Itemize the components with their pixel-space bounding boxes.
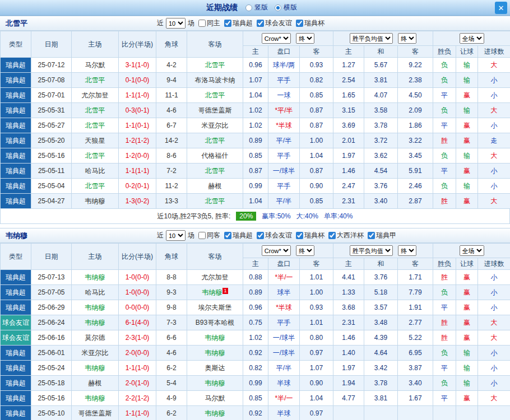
radio-horizontal-layout[interactable]: 横版 bbox=[275, 3, 297, 12]
filter-checkboxes: 同主瑞典超球会友谊瑞典杯 bbox=[194, 18, 324, 28]
result-goals: 小 bbox=[478, 179, 510, 194]
home-team[interactable]: 韦纳穆 bbox=[72, 270, 119, 285]
radio-vertical-layout[interactable]: 竖版 bbox=[245, 3, 268, 12]
away-team[interactable]: 奥斯达 bbox=[187, 361, 243, 376]
away-team[interactable]: 韦纳穆 bbox=[187, 346, 243, 361]
filter-checkbox-球会友谊[interactable]: 球会友谊 bbox=[253, 231, 292, 240]
sub-header-goals: 进球数 bbox=[478, 46, 510, 58]
checkbox-label: 大西洋杯 bbox=[337, 231, 364, 240]
home-team[interactable]: 韦纳穆 bbox=[72, 391, 119, 406]
away-team[interactable]: B93哥本哈根 bbox=[187, 315, 243, 330]
odds-final-select[interactable]: 终 bbox=[296, 245, 314, 256]
result-goals: 小 bbox=[478, 118, 510, 133]
checkbox-input[interactable] bbox=[198, 20, 206, 27]
result-goals: 大 bbox=[478, 103, 510, 118]
home-team[interactable]: 莫尔德 bbox=[72, 330, 119, 346]
odds-company-select[interactable]: Crow* bbox=[262, 33, 291, 44]
away-team[interactable]: 北雪平 bbox=[187, 194, 243, 209]
close-button[interactable]: ✕ bbox=[495, 2, 507, 14]
team-section: 韦纳穆 近 10 场 同客瑞典超球会友谊瑞典杯大西洋杯瑞典甲 类型 日期 主场 bbox=[0, 228, 510, 420]
result-wdl: 负 bbox=[433, 376, 456, 391]
radio-circle-icon[interactable] bbox=[275, 4, 281, 11]
home-team[interactable]: 哥德堡盖斯 bbox=[72, 406, 119, 420]
result-wdl: 胜 bbox=[433, 133, 456, 148]
filter-checkbox-瑞典超[interactable]: 瑞典超 bbox=[220, 231, 253, 240]
away-team[interactable]: 北雪平 bbox=[187, 164, 243, 179]
filter-checkbox-大西洋杯[interactable]: 大西洋杯 bbox=[324, 231, 364, 240]
checkbox-input[interactable] bbox=[224, 232, 231, 239]
result-handicap: 赢 bbox=[456, 164, 478, 179]
home-team[interactable]: 韦纳穆 bbox=[72, 361, 119, 376]
europe-avg-select[interactable]: 胜平负均值 bbox=[350, 33, 393, 44]
filter-checkbox-同客[interactable]: 同客 bbox=[194, 231, 220, 240]
home-team[interactable]: 哈马比 bbox=[72, 164, 119, 179]
filter-checkbox-球会友谊[interactable]: 球会友谊 bbox=[253, 18, 292, 28]
col-header-type: 类型 bbox=[1, 31, 31, 58]
home-team[interactable]: 北雪平 bbox=[72, 148, 119, 164]
home-team[interactable]: 尤尔加登 bbox=[72, 88, 119, 103]
asian-odds-home: 1.04 bbox=[243, 194, 268, 209]
team-section: 北雪平 近 10 场 同主瑞典超球会友谊瑞典杯 类型 日期 主场 bbox=[0, 16, 510, 224]
home-team[interactable]: 马尔默 bbox=[72, 58, 119, 73]
away-team[interactable]: 米亚尔比 bbox=[187, 118, 243, 133]
away-team[interactable]: 尤尔加登 bbox=[187, 270, 243, 285]
close-icon: ✕ bbox=[498, 4, 504, 12]
checkbox-input[interactable] bbox=[198, 232, 206, 239]
home-team[interactable]: 韦纳穆 bbox=[72, 300, 119, 315]
away-team[interactable]: 北雪平 bbox=[187, 133, 243, 148]
asian-odds-away: 1.00 bbox=[300, 133, 333, 148]
home-team[interactable]: 哈马比 bbox=[72, 285, 119, 300]
match-row: 瑞典超 25-05-16 北雪平 1-2(0-0) 8-6 代格福什 0.85 … bbox=[1, 148, 510, 164]
checkbox-input[interactable] bbox=[368, 232, 375, 239]
filter-checkbox-瑞典超[interactable]: 瑞典超 bbox=[220, 18, 253, 28]
away-team[interactable]: 赫根 bbox=[187, 179, 243, 194]
home-team[interactable]: 赫根 bbox=[72, 376, 119, 391]
checkbox-input[interactable] bbox=[296, 20, 303, 27]
away-team[interactable]: 埃尔夫斯堡 bbox=[187, 300, 243, 315]
handicap-cell: *半球 bbox=[268, 300, 300, 315]
europe-odds-away: 2.77 bbox=[398, 315, 433, 330]
away-team[interactable]: 布洛马波卡纳 bbox=[187, 73, 243, 88]
home-team[interactable]: 韦纳穆 bbox=[72, 315, 119, 330]
checkbox-input[interactable] bbox=[296, 232, 303, 239]
home-team[interactable]: 北雪平 bbox=[72, 179, 119, 194]
europe-final-select[interactable]: 终 bbox=[398, 33, 416, 44]
match-count-select[interactable]: 10 bbox=[166, 18, 186, 29]
scope-select[interactable]: 全场 bbox=[460, 245, 484, 256]
europe-final-select[interactable]: 终 bbox=[398, 245, 416, 256]
filter-checkbox-同主[interactable]: 同主 bbox=[194, 18, 220, 28]
odds-final-select[interactable]: 终 bbox=[296, 33, 314, 44]
away-team[interactable]: 韦纳穆 bbox=[187, 406, 243, 420]
filter-checkbox-瑞典杯[interactable]: 瑞典杯 bbox=[292, 231, 324, 240]
away-team[interactable]: 韦纳穆 bbox=[187, 330, 243, 346]
scope-select[interactable]: 全场 bbox=[460, 33, 484, 44]
home-team[interactable]: 北雪平 bbox=[72, 103, 119, 118]
home-team[interactable]: 北雪平 bbox=[72, 118, 119, 133]
europe-avg-select[interactable]: 胜平负均值 bbox=[350, 245, 393, 256]
filter-checkbox-瑞典杯[interactable]: 瑞典杯 bbox=[292, 18, 324, 28]
away-team[interactable]: 韦纳穆1 bbox=[187, 285, 243, 300]
radio-circle-icon[interactable] bbox=[245, 4, 252, 11]
away-team[interactable]: 代格福什 bbox=[187, 148, 243, 164]
filter-checkbox-瑞典甲[interactable]: 瑞典甲 bbox=[364, 231, 396, 240]
league-cell: 瑞典超 bbox=[1, 285, 31, 300]
home-team[interactable]: 米亚尔比 bbox=[72, 346, 119, 361]
checkbox-input[interactable] bbox=[224, 20, 231, 27]
home-team[interactable]: 北雪平 bbox=[72, 73, 119, 88]
europe-odds-home: 2.54 bbox=[333, 73, 364, 88]
home-team[interactable]: 韦纳穆 bbox=[72, 194, 119, 209]
odds-company-select[interactable]: Crow* bbox=[262, 245, 291, 256]
away-team[interactable]: 韦纳穆 bbox=[187, 376, 243, 391]
checkbox-input[interactable] bbox=[328, 232, 336, 239]
date-cell: 25-07-12 bbox=[31, 58, 72, 73]
result-handicap: 赢 bbox=[456, 285, 478, 300]
away-team[interactable]: 北雪平 bbox=[187, 58, 243, 73]
away-team[interactable]: 哥德堡盖斯 bbox=[187, 103, 243, 118]
checkbox-input[interactable] bbox=[257, 232, 264, 239]
home-team[interactable]: 天狼星 bbox=[72, 133, 119, 148]
match-count-select[interactable]: 10 bbox=[166, 230, 186, 241]
away-team[interactable]: 马尔默 bbox=[187, 391, 243, 406]
asian-odds-away: 0.97 bbox=[300, 346, 333, 361]
away-team[interactable]: 北雪平 bbox=[187, 88, 243, 103]
checkbox-input[interactable] bbox=[257, 20, 264, 27]
